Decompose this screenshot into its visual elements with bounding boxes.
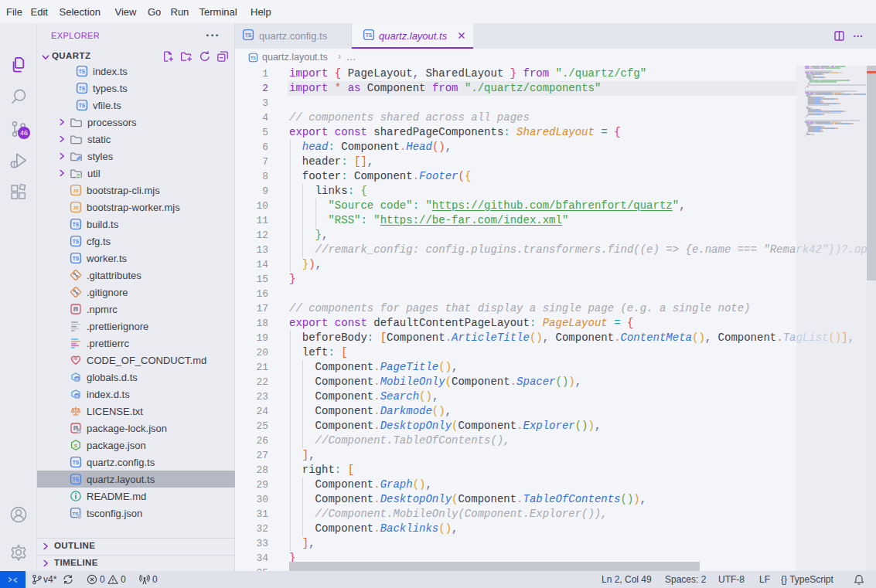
svg-text:S: S (74, 444, 77, 448)
svg-text:TS: TS (73, 460, 80, 465)
svg-text:TS: TS (72, 511, 78, 516)
svg-text:TS: TS (245, 32, 252, 38)
svg-text:TS: TS (73, 477, 80, 482)
svg-text:TS: TS (366, 32, 373, 38)
svg-text:JS: JS (73, 188, 79, 193)
svg-text:TS: TS (73, 256, 80, 261)
svg-text:TS: TS (79, 103, 86, 108)
svg-text:TS: TS (79, 69, 86, 74)
svg-text:TS: TS (251, 56, 256, 60)
svg-text:JS: JS (73, 205, 79, 210)
svg-text:TS: TS (75, 394, 80, 398)
svg-text:TS: TS (73, 239, 80, 244)
svg-text:TS: TS (79, 86, 86, 91)
svg-text:TS: TS (73, 222, 80, 227)
svg-text:TS: TS (75, 377, 80, 381)
